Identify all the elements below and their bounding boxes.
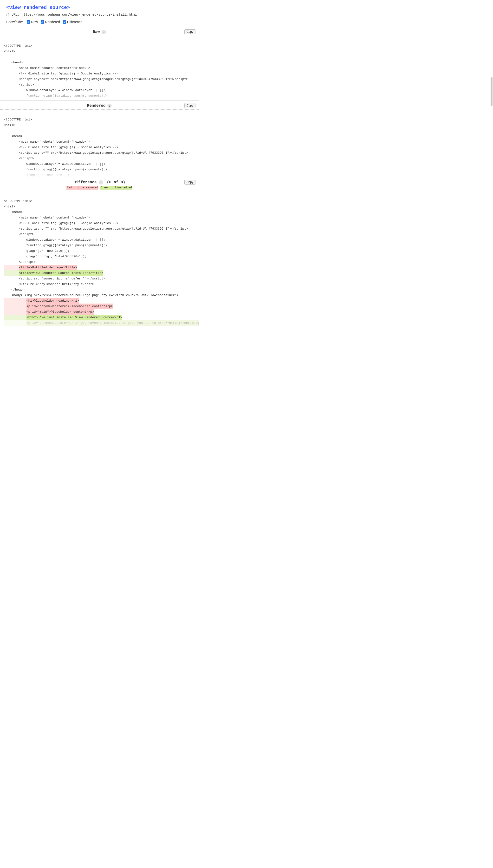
diff-added-line: <p id="chromewebstore">Or if you haven't… [4, 320, 199, 326]
logo-bracket-close: > [67, 5, 70, 11]
rendered-title-wrap: Rendered i [87, 104, 112, 108]
checkbox-difference-label[interactable]: Difference [63, 20, 83, 24]
raw-code-pane[interactable]: <!DOCTYPE html> <html> <head> <meta name… [0, 36, 199, 101]
copy-rendered-button[interactable]: Copy [185, 103, 195, 108]
logo-text: view rendered source [9, 5, 67, 11]
diff-removed-line: <title>Untitled Webpage</title> [4, 265, 199, 270]
checkbox-rendered-text: Rendered [45, 20, 60, 24]
showhide-label: Show/hide: [6, 20, 23, 24]
raw-title-wrap: Raw i [93, 30, 106, 34]
raw-title: Raw [93, 30, 100, 34]
copy-raw-button[interactable]: Copy [185, 29, 195, 34]
header-bar: <view rendered source> URL: https://www.… [0, 0, 199, 27]
checkbox-rendered[interactable] [41, 20, 44, 24]
checkbox-difference[interactable] [63, 20, 66, 24]
checkbox-raw-label[interactable]: Raw [27, 20, 38, 24]
diff-legend: Red = line removed Green = line added [0, 186, 199, 189]
diff-removed-line: <p id="main">Placeholder content</p> [4, 309, 199, 315]
app-logo: <view rendered source> [6, 5, 193, 11]
rendered-section-header: Rendered i Copy [0, 101, 199, 110]
checkbox-rendered-label[interactable]: Rendered [41, 20, 60, 24]
raw-section: Raw i Copy <!DOCTYPE html> <html> <head>… [0, 27, 199, 101]
raw-section-header: Raw i Copy [0, 27, 199, 36]
info-icon[interactable]: i [99, 180, 103, 185]
difference-title: Difference [74, 180, 97, 185]
external-link-icon [6, 13, 9, 16]
url-value: https://www.jonhogg.com/view-rendered-so… [22, 13, 137, 17]
difference-section-header: Difference i (0 of 8) Red = line removed… [0, 177, 199, 191]
diff-removed-line: <h1>Placeholder heading</h1> [4, 298, 199, 304]
difference-code-pane[interactable]: <!DOCTYPE html><html> <head> <meta name=… [0, 191, 199, 331]
legend-green: Green = line added [100, 186, 133, 190]
copy-difference-button[interactable]: Copy [185, 180, 195, 185]
diff-added-line: <h1>You've just installed View Rendered … [4, 315, 199, 320]
checkbox-raw[interactable] [27, 20, 30, 24]
legend-red: Red = line removed [66, 186, 99, 190]
difference-title-wrap: Difference i (0 of 8) [74, 180, 125, 185]
logo-bracket-open: < [6, 5, 9, 11]
diff-removed-line: <p id="chromewebstore">Placeholder conte… [4, 304, 199, 309]
url-row: URL: https://www.jonhogg.com/view-render… [6, 13, 193, 17]
difference-count: (0 of 8) [107, 180, 125, 185]
rendered-title: Rendered [87, 104, 106, 108]
showhide-row: Show/hide: Raw Rendered Difference [6, 20, 193, 24]
checkbox-difference-text: Difference [67, 20, 83, 24]
url-label: URL: [12, 13, 20, 17]
checkbox-raw-text: Raw [31, 20, 38, 24]
info-icon[interactable]: i [102, 30, 106, 34]
info-icon[interactable]: i [107, 104, 112, 108]
diff-added-line: <title>View Rendered Source installed</t… [4, 270, 199, 276]
difference-section: Difference i (0 of 8) Red = line removed… [0, 177, 199, 331]
svg-line-0 [8, 14, 9, 15]
rendered-section: Rendered i Copy <!DOCTYPE html> <html> <… [0, 101, 199, 177]
rendered-code-pane[interactable]: <!DOCTYPE html> <html> <head> <meta name… [0, 110, 199, 177]
